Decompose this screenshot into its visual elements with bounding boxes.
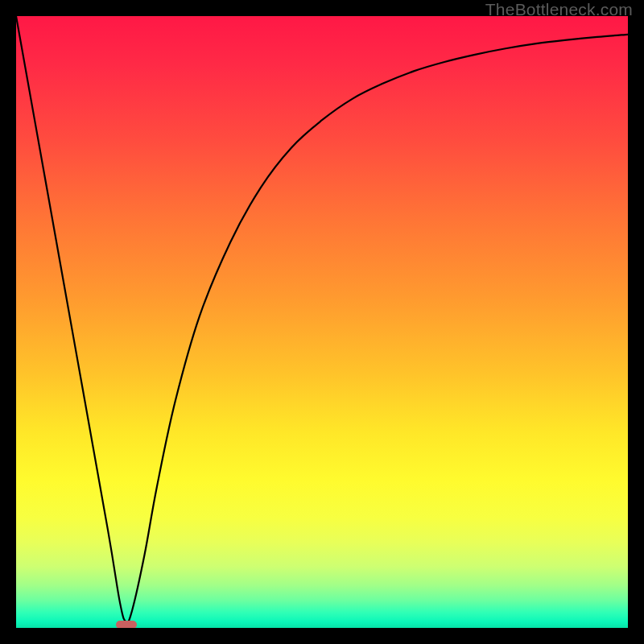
background-gradient (16, 16, 628, 628)
chart-frame: TheBottleneck.com (0, 0, 644, 644)
optimum-marker (116, 621, 137, 628)
plot-area (16, 16, 628, 628)
